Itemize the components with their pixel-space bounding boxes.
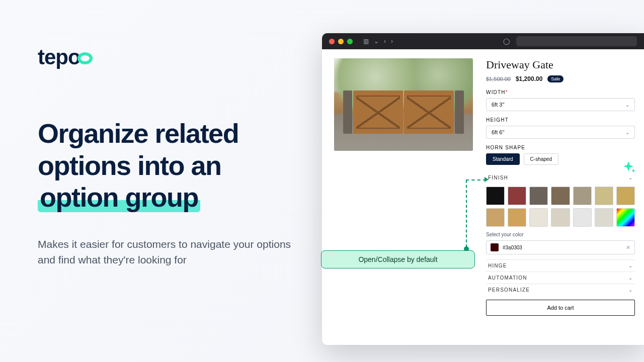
add-to-cart-button[interactable]: Add to cart	[486, 300, 635, 316]
width-label: WIDTH*	[486, 89, 635, 95]
sidebar-icon[interactable]: ▥	[363, 38, 369, 45]
finish-swatch[interactable]	[486, 208, 505, 227]
chevron-down-icon: ⌄	[628, 263, 633, 268]
chevron-down-icon: ⌄	[628, 287, 633, 293]
horn-shape-label: HORN SHAPE	[486, 145, 635, 150]
finish-swatch[interactable]	[508, 187, 526, 205]
nav-back-icon[interactable]: ‹	[384, 38, 386, 45]
height-select[interactable]: 6ft 6" ⌄	[486, 126, 635, 139]
finish-swatch[interactable]	[616, 187, 635, 205]
color-chip	[491, 243, 499, 251]
subheadline: Makes it easier for customers to navigat…	[38, 237, 299, 267]
width-select[interactable]: 6ft 3" ⌄	[486, 98, 635, 111]
price-new: $1,200.00	[516, 75, 542, 82]
callout-pill: Open/Collapse by default	[321, 250, 475, 268]
shield-icon[interactable]: ◯	[503, 38, 510, 45]
finish-swatch[interactable]	[529, 187, 548, 205]
window-close-icon[interactable]	[329, 39, 335, 44]
chevron-down-icon: ⌄	[625, 130, 629, 135]
price-row: $1,500.00 $1,200.00 Sale	[486, 75, 635, 82]
arrow-head-icon	[485, 177, 489, 182]
finish-swatch[interactable]	[595, 208, 613, 227]
finish-swatch[interactable]	[573, 187, 592, 205]
option-group-personalize[interactable]: PERSONALIZE⌄	[486, 284, 635, 296]
finish-swatch[interactable]	[573, 208, 592, 227]
window-zoom-icon[interactable]	[347, 39, 353, 44]
finish-swatch[interactable]	[529, 208, 548, 227]
product-title: Driveway Gate	[486, 58, 635, 71]
brand-logo: tepo	[38, 45, 299, 69]
finish-swatch-grid	[486, 187, 635, 227]
window-minimize-icon[interactable]	[338, 39, 344, 44]
chevron-down-icon: ⌄	[625, 102, 629, 108]
browser-window: ▥ ⌄ ‹ › ◯ Driveway Gate $1,500.00 $	[322, 33, 644, 345]
option-group-hinge[interactable]: HINGE⌄	[486, 259, 635, 272]
height-label: HEIGHT	[486, 117, 635, 123]
callout-label: Open/Collapse by default	[358, 255, 437, 263]
finish-swatch[interactable]	[595, 187, 613, 205]
width-value: 6ft 3"	[492, 102, 504, 108]
headline-highlight: option group	[38, 182, 200, 212]
callout-arrow	[466, 180, 467, 247]
height-value: 6ft 6"	[492, 129, 504, 135]
chevron-down-icon: ⌄	[628, 275, 633, 281]
clear-color-icon[interactable]: ✕	[626, 244, 630, 251]
color-picker-label: Select your color	[486, 232, 635, 237]
finish-swatch[interactable]	[616, 208, 635, 227]
callout-arrow	[466, 179, 486, 180]
nav-forward-icon[interactable]: ›	[391, 38, 393, 45]
sparkle-icon	[620, 160, 637, 177]
product-image	[334, 58, 473, 151]
url-bar[interactable]	[516, 36, 637, 46]
horn-shape-standard[interactable]: Standard	[486, 153, 520, 165]
brand-name: tepo	[38, 45, 80, 69]
option-group-automation[interactable]: AUTOMATION⌄	[486, 272, 635, 284]
browser-titlebar: ▥ ⌄ ‹ › ◯	[322, 33, 644, 49]
horn-shape-cshaped[interactable]: C-shaped	[524, 153, 558, 165]
finish-group-header[interactable]: FINISH ⌄	[486, 172, 635, 184]
finish-swatch[interactable]	[486, 187, 505, 205]
headline: Organize related options into an option …	[38, 118, 299, 214]
finish-swatch[interactable]	[551, 187, 570, 205]
sale-badge: Sale	[547, 75, 564, 82]
finish-swatch[interactable]	[508, 208, 526, 227]
color-input[interactable]: #3a0303 ✕	[486, 240, 635, 254]
price-old: $1,500.00	[486, 76, 511, 82]
headline-line1: Organize related	[38, 118, 238, 148]
chevron-down-icon[interactable]: ⌄	[374, 38, 379, 45]
color-value: #3a0303	[503, 245, 622, 250]
brand-mark-icon	[77, 52, 93, 64]
finish-swatch[interactable]	[551, 208, 570, 227]
headline-line2: options into an	[38, 150, 221, 180]
horn-shape-options: Standard C-shaped	[486, 153, 635, 165]
